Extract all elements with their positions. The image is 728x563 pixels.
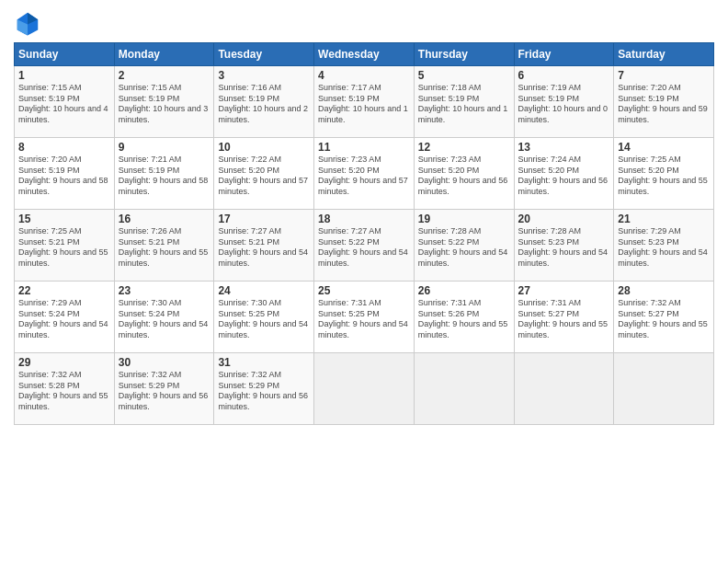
day-cell [514,353,614,425]
day-cell: 28Sunrise: 7:32 AMSunset: 5:27 PMDayligh… [614,282,714,353]
day-cell: 23Sunrise: 7:30 AMSunset: 5:24 PMDayligh… [114,282,214,353]
header-day-tuesday: Tuesday [214,43,314,66]
day-cell: 2Sunrise: 7:15 AMSunset: 5:19 PMDaylight… [114,66,214,138]
day-number: 5 [418,69,510,82]
day-number: 1 [18,69,110,82]
day-number: 4 [318,69,410,82]
day-detail: Sunrise: 7:26 AMSunset: 5:21 PMDaylight:… [119,226,210,270]
day-cell: 30Sunrise: 7:32 AMSunset: 5:29 PMDayligh… [114,353,214,425]
day-detail: Sunrise: 7:17 AMSunset: 5:19 PMDaylight:… [318,83,410,126]
day-number: 7 [618,69,710,82]
day-number: 30 [119,356,210,369]
week-row-5: 29Sunrise: 7:32 AMSunset: 5:28 PMDayligh… [15,353,714,425]
day-detail: Sunrise: 7:27 AMSunset: 5:22 PMDaylight:… [318,226,410,270]
header-day-sunday: Sunday [15,43,115,66]
day-cell: 9Sunrise: 7:21 AMSunset: 5:19 PMDaylight… [114,138,214,210]
calendar-header: SundayMondayTuesdayWednesdayThursdayFrid… [15,43,714,66]
header-day-thursday: Thursday [414,43,514,66]
day-number: 31 [218,356,310,369]
day-cell: 20Sunrise: 7:28 AMSunset: 5:23 PMDayligh… [514,210,614,282]
day-cell: 10Sunrise: 7:22 AMSunset: 5:20 PMDayligh… [214,138,314,210]
day-number: 6 [518,69,610,82]
day-detail: Sunrise: 7:31 AMSunset: 5:27 PMDaylight:… [518,298,610,341]
day-cell: 16Sunrise: 7:26 AMSunset: 5:21 PMDayligh… [114,210,214,282]
day-cell: 22Sunrise: 7:29 AMSunset: 5:24 PMDayligh… [15,282,115,353]
day-number: 13 [518,141,610,154]
day-cell: 24Sunrise: 7:30 AMSunset: 5:25 PMDayligh… [214,282,314,353]
day-number: 19 [418,213,510,225]
week-row-4: 22Sunrise: 7:29 AMSunset: 5:24 PMDayligh… [15,282,714,353]
day-detail: Sunrise: 7:32 AMSunset: 5:27 PMDaylight:… [618,298,710,341]
day-cell: 6Sunrise: 7:19 AMSunset: 5:19 PMDaylight… [514,66,614,138]
header [14,9,714,37]
day-cell: 25Sunrise: 7:31 AMSunset: 5:25 PMDayligh… [314,282,415,353]
day-detail: Sunrise: 7:16 AMSunset: 5:19 PMDaylight:… [218,83,310,126]
day-detail: Sunrise: 7:29 AMSunset: 5:24 PMDaylight:… [18,298,110,341]
day-detail: Sunrise: 7:25 AMSunset: 5:21 PMDaylight:… [18,226,110,270]
day-cell: 7Sunrise: 7:20 AMSunset: 5:19 PMDaylight… [614,66,714,138]
week-row-2: 8Sunrise: 7:20 AMSunset: 5:19 PMDaylight… [15,138,714,210]
day-detail: Sunrise: 7:27 AMSunset: 5:21 PMDaylight:… [218,226,310,270]
week-row-3: 15Sunrise: 7:25 AMSunset: 5:21 PMDayligh… [15,210,714,282]
day-cell: 17Sunrise: 7:27 AMSunset: 5:21 PMDayligh… [214,210,314,282]
header-day-monday: Monday [114,43,214,66]
logo [14,9,45,37]
day-detail: Sunrise: 7:15 AMSunset: 5:19 PMDaylight:… [119,83,210,126]
day-number: 3 [218,69,310,82]
day-number: 14 [618,141,710,154]
day-detail: Sunrise: 7:31 AMSunset: 5:25 PMDaylight:… [318,298,410,341]
day-detail: Sunrise: 7:32 AMSunset: 5:29 PMDaylight:… [119,370,210,413]
day-detail: Sunrise: 7:23 AMSunset: 5:20 PMDaylight:… [418,155,510,198]
day-number: 11 [318,141,410,154]
day-cell: 8Sunrise: 7:20 AMSunset: 5:19 PMDaylight… [15,138,115,210]
day-detail: Sunrise: 7:32 AMSunset: 5:28 PMDaylight:… [18,370,110,413]
day-cell [414,353,514,425]
day-number: 15 [18,213,110,225]
day-cell: 13Sunrise: 7:24 AMSunset: 5:20 PMDayligh… [514,138,614,210]
day-number: 28 [618,284,710,297]
day-detail: Sunrise: 7:31 AMSunset: 5:26 PMDaylight:… [418,298,510,341]
day-cell: 4Sunrise: 7:17 AMSunset: 5:19 PMDaylight… [314,66,415,138]
day-cell: 14Sunrise: 7:25 AMSunset: 5:20 PMDayligh… [614,138,714,210]
day-cell: 29Sunrise: 7:32 AMSunset: 5:28 PMDayligh… [15,353,115,425]
day-detail: Sunrise: 7:24 AMSunset: 5:20 PMDaylight:… [518,155,610,198]
header-day-saturday: Saturday [614,43,714,66]
header-day-wednesday: Wednesday [314,43,415,66]
day-detail: Sunrise: 7:15 AMSunset: 5:19 PMDaylight:… [18,83,110,126]
day-number: 24 [218,284,310,297]
day-cell: 3Sunrise: 7:16 AMSunset: 5:19 PMDaylight… [214,66,314,138]
day-number: 27 [518,284,610,297]
day-detail: Sunrise: 7:28 AMSunset: 5:22 PMDaylight:… [418,226,510,270]
day-number: 29 [18,356,110,369]
day-number: 2 [119,69,210,82]
day-number: 9 [119,141,210,154]
day-number: 16 [119,213,210,225]
day-detail: Sunrise: 7:30 AMSunset: 5:25 PMDaylight:… [218,298,310,341]
day-cell: 27Sunrise: 7:31 AMSunset: 5:27 PMDayligh… [514,282,614,353]
day-cell: 5Sunrise: 7:18 AMSunset: 5:19 PMDaylight… [414,66,514,138]
day-number: 12 [418,141,510,154]
day-cell: 12Sunrise: 7:23 AMSunset: 5:20 PMDayligh… [414,138,514,210]
logo-icon [14,9,41,37]
day-number: 10 [218,141,310,154]
day-number: 17 [218,213,310,225]
day-detail: Sunrise: 7:22 AMSunset: 5:20 PMDaylight:… [218,155,310,198]
day-number: 25 [318,284,410,297]
day-cell [314,353,415,425]
day-cell: 31Sunrise: 7:32 AMSunset: 5:29 PMDayligh… [214,353,314,425]
day-detail: Sunrise: 7:32 AMSunset: 5:29 PMDaylight:… [218,370,310,413]
day-number: 22 [18,284,110,297]
day-detail: Sunrise: 7:23 AMSunset: 5:20 PMDaylight:… [318,155,410,198]
day-cell: 19Sunrise: 7:28 AMSunset: 5:22 PMDayligh… [414,210,514,282]
day-detail: Sunrise: 7:21 AMSunset: 5:19 PMDaylight:… [119,155,210,198]
day-detail: Sunrise: 7:19 AMSunset: 5:19 PMDaylight:… [518,83,610,126]
page-container: SundayMondayTuesdayWednesdayThursdayFrid… [0,0,728,434]
day-cell: 21Sunrise: 7:29 AMSunset: 5:23 PMDayligh… [614,210,714,282]
day-cell: 11Sunrise: 7:23 AMSunset: 5:20 PMDayligh… [314,138,415,210]
day-number: 26 [418,284,510,297]
calendar-table: SundayMondayTuesdayWednesdayThursdayFrid… [14,42,714,425]
day-cell: 26Sunrise: 7:31 AMSunset: 5:26 PMDayligh… [414,282,514,353]
day-number: 21 [618,213,710,225]
day-detail: Sunrise: 7:20 AMSunset: 5:19 PMDaylight:… [18,155,110,198]
day-detail: Sunrise: 7:28 AMSunset: 5:23 PMDaylight:… [518,226,610,270]
